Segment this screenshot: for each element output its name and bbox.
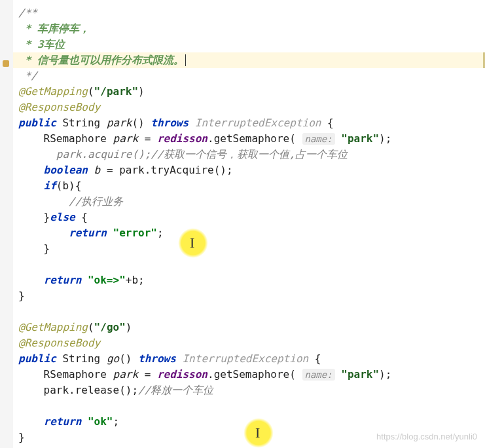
comment-acquire: //获取一个信号，获取一个值,占一个车位 (151, 148, 348, 160)
method-go: go (107, 352, 119, 365)
keyword-return3: return (44, 415, 82, 428)
edited-line-highlight: * 信号量也可以用作分布式限流。 (0, 52, 485, 68)
javadoc-close: */ (18, 69, 37, 82)
comment-biz: //执行业务 (69, 195, 123, 208)
call-release: release (75, 384, 119, 396)
method-park: park (107, 117, 132, 129)
type-rsemaphore: RSemaphore (44, 132, 107, 145)
type-interruptedexception2: InterruptedException (182, 352, 308, 365)
gutter-edit-marker (3, 60, 9, 67)
keyword-return1: return (69, 227, 107, 239)
field-redisson: redisson (157, 132, 207, 145)
string-ok-arrow: "ok=>" (88, 274, 126, 286)
annotation-responsebody2: @ResponseBody (18, 337, 100, 349)
string-park2: "park" (341, 368, 379, 381)
string-park-path: "/park" (94, 85, 138, 98)
param-hint-name: name: (302, 133, 335, 145)
keyword-return2: return (44, 274, 82, 286)
javadoc-line2: * 3车位 (18, 38, 65, 50)
call-tryacquire: tryAcquire (151, 164, 213, 176)
javadoc-line1: * 车库停车， (18, 22, 90, 35)
text-cursor-icon (185, 54, 186, 66)
keyword-if: if (44, 179, 56, 192)
watermark-text: https://blog.csdn.net/yunli0 (376, 430, 477, 443)
keyword-throws: throws (151, 117, 189, 129)
comment-release: //释放一个车位 (138, 384, 213, 396)
param-hint-name2: name: (302, 369, 335, 381)
type-rsemaphore2: RSemaphore (44, 368, 107, 381)
var-b: b (94, 164, 101, 176)
call-getsemaphore: getSemaphore (214, 132, 290, 145)
type-string2: String (62, 352, 100, 365)
keyword-throws2: throws (138, 352, 176, 365)
keyword-public: public (18, 117, 56, 129)
annotation-responsebody: @ResponseBody (18, 101, 100, 113)
javadoc-open: /** (18, 7, 37, 19)
var-park2: park (113, 368, 139, 381)
editor-gutter (0, 0, 13, 448)
string-park: "park" (341, 132, 379, 145)
type-interruptedexception: InterruptedException (195, 117, 321, 129)
commented-acquire-call: park.acquire(); (56, 148, 151, 160)
string-go-path: "/go" (94, 321, 126, 333)
string-ok: "ok" (88, 415, 113, 428)
keyword-else: else (50, 211, 75, 223)
call-getsemaphore2: getSemaphore (214, 368, 290, 381)
type-string: String (62, 117, 100, 129)
javadoc-line3: * 信号量也可以用作分布式限流。 (18, 54, 184, 66)
keyword-boolean: boolean (44, 164, 88, 176)
code-editor[interactable]: /** * 车库停车， * 3车位 * 信号量也可以用作分布式限流。 */ @G… (0, 0, 485, 448)
annotation-getmapping2: @GetMapping (18, 321, 88, 333)
string-error: "error" (113, 227, 157, 239)
keyword-public2: public (18, 352, 56, 365)
field-redisson2: redisson (157, 368, 207, 381)
var-park: park (113, 132, 139, 145)
annotation-getmapping: @GetMapping (18, 85, 88, 98)
